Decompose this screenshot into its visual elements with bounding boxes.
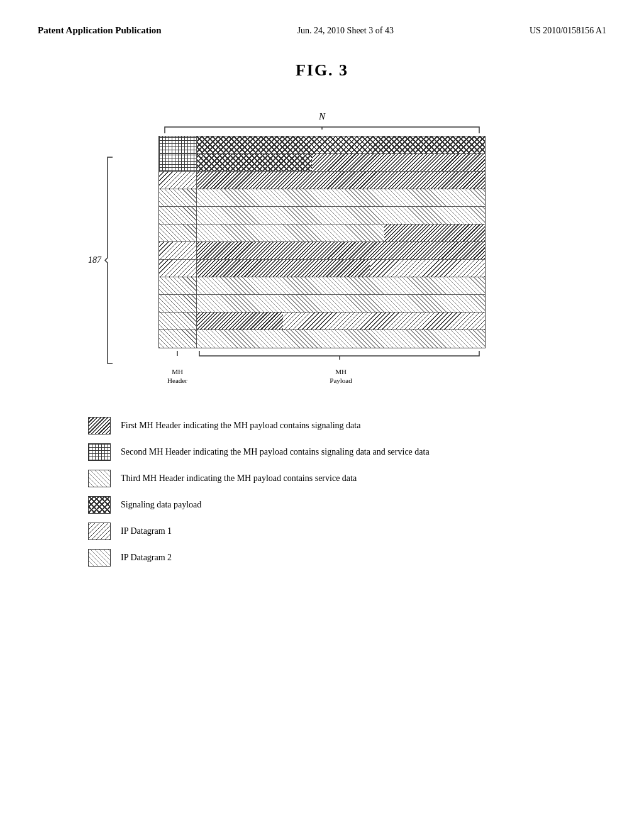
diagram-row	[159, 260, 485, 277]
cell-payload	[197, 313, 485, 329]
diagram-container: 187	[127, 136, 517, 385]
legend-label-signaling-data: Signaling data payload	[121, 500, 201, 510]
legend-swatch-third-mh-header	[88, 470, 111, 487]
diagram-row	[159, 154, 485, 172]
cell-header	[159, 313, 197, 329]
diagram-row	[159, 224, 485, 242]
legend-swatch-first-mh-header	[88, 417, 111, 434]
cell-payload	[197, 277, 485, 294]
legend-label-ip-datagram1: IP Datagram 1	[121, 526, 172, 536]
legend-item: Second MH Header indicating the MH paylo…	[88, 443, 606, 461]
publication-title: Patent Application Publication	[38, 25, 162, 36]
cell-payload	[197, 295, 485, 312]
diagram-row	[159, 295, 485, 313]
legend-swatch-ip-datagram2	[88, 549, 111, 567]
cell-header	[159, 136, 197, 153]
cell-payload	[197, 207, 485, 224]
left-brace-label: 187	[88, 255, 101, 265]
sub-cell	[370, 260, 485, 277]
legend-item: IP Datagram 2	[88, 549, 606, 567]
publication-date-sheet: Jun. 24, 2010 Sheet 3 of 43	[297, 26, 394, 36]
legend: First MH Header indicating the MH payloa…	[38, 417, 606, 567]
diagram-row	[159, 242, 485, 260]
cell-payload	[197, 189, 485, 206]
diagram-row	[159, 172, 485, 189]
cell-payload	[197, 136, 485, 153]
legend-item: IP Datagram 1	[88, 523, 606, 540]
diagram-area: N 187	[38, 111, 606, 385]
legend-swatch-ip-datagram1	[88, 523, 111, 540]
diagram-wrapper: N 187	[127, 111, 517, 385]
top-brace-svg	[158, 123, 486, 135]
mh-payload-label: MHPayload	[196, 367, 486, 385]
cell-header	[159, 242, 197, 259]
cell-header	[159, 207, 197, 224]
cell-payload	[197, 260, 485, 277]
sub-cell	[384, 224, 485, 241]
cell-header	[159, 224, 197, 241]
sub-cell	[197, 260, 370, 277]
cell-payload	[197, 154, 485, 171]
cell-header	[159, 330, 197, 348]
legend-item: First MH Header indicating the MH payloa…	[88, 417, 606, 434]
diagram-row	[159, 189, 485, 207]
page: Patent Application Publication Jun. 24, …	[0, 0, 644, 830]
legend-label-third-mh-header: Third MH Header indicating the MH payloa…	[121, 473, 357, 484]
diagram-row	[159, 330, 485, 348]
legend-label-first-mh-header: First MH Header indicating the MH payloa…	[121, 421, 360, 431]
cell-header	[159, 172, 197, 189]
cell-header	[159, 260, 197, 277]
figure-title: FIG. 3	[38, 61, 606, 80]
cell-payload	[197, 330, 485, 348]
left-brace-svg	[104, 155, 115, 366]
diagram-row	[159, 136, 485, 154]
sub-cell	[197, 313, 283, 329]
cell-header	[159, 277, 197, 294]
sub-cell	[312, 154, 485, 171]
legend-item: Signaling data payload	[88, 496, 606, 514]
sub-cell	[197, 224, 384, 241]
sub-cell	[197, 154, 312, 171]
legend-swatch-second-mh-header	[88, 443, 111, 461]
bottom-labels-area: MHHeader MHPayload	[158, 348, 486, 385]
cell-payload	[197, 242, 485, 259]
bottom-text-row: MHHeader MHPayload	[158, 367, 486, 385]
left-brace-area: 187	[88, 136, 115, 385]
diagram-box	[158, 136, 486, 348]
n-label: N	[127, 111, 517, 122]
legend-item: Third MH Header indicating the MH payloa…	[88, 470, 606, 487]
diagram-row	[159, 207, 485, 224]
cell-header	[159, 189, 197, 206]
publication-number: US 2010/0158156 A1	[530, 26, 606, 36]
cell-header	[159, 295, 197, 312]
mh-header-label: MHHeader	[158, 367, 196, 385]
diagram-row	[159, 277, 485, 295]
bottom-brace-svg	[158, 348, 486, 367]
page-header: Patent Application Publication Jun. 24, …	[38, 25, 606, 36]
legend-swatch-signaling-data	[88, 496, 111, 514]
cell-header	[159, 154, 197, 171]
cell-payload	[197, 224, 485, 241]
diagram-row	[159, 313, 485, 330]
legend-label-ip-datagram2: IP Datagram 2	[121, 553, 172, 563]
legend-label-second-mh-header: Second MH Header indicating the MH paylo…	[121, 447, 430, 457]
n-brace-area: N	[127, 111, 517, 135]
sub-cell	[283, 313, 485, 329]
cell-payload	[197, 172, 485, 189]
